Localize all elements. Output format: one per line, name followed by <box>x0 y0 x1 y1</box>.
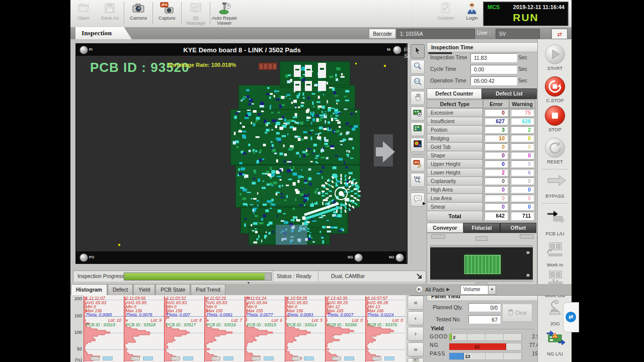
view-tool-hand[interactable] <box>411 91 425 105</box>
po-label: PO <box>89 255 94 259</box>
hist-prev-button[interactable]: ‹ <box>408 311 424 325</box>
defect-type-label[interactable]: Insufficient <box>427 117 483 126</box>
view-tool-cursor[interactable] <box>411 44 425 58</box>
hist-next-button[interactable]: › <box>408 327 424 341</box>
toolbar-button-auto-repair-viewer[interactable]: Auto Repair Viewer <box>211 1 237 26</box>
user-value-field[interactable]: SV <box>496 29 540 39</box>
hist-marker-cyan <box>344 356 354 360</box>
histogram-panel[interactable]: 1.11:11:07AVG 65.83Min 0Max 156Theta: 0.… <box>84 295 124 362</box>
hist-save-button[interactable] <box>408 358 424 362</box>
defect-type-label[interactable]: Postion <box>427 125 483 134</box>
defect-type-label[interactable]: Lower Height <box>427 168 483 177</box>
defect-type-label[interactable]: Gold Tab <box>427 142 483 151</box>
defect-type-label[interactable]: Bridging <box>427 134 483 143</box>
time-row-value[interactable]: 0.00 <box>470 65 517 74</box>
hist-blue-text: Theta: 0.0027 <box>327 313 353 317</box>
mcs-status-panel: MCS 2019-12-11 11:16:44 RUN <box>483 2 569 26</box>
control-stop-button[interactable] <box>545 106 565 126</box>
hist-blue-text: Theta: 0.0081 <box>206 313 232 317</box>
view-tool-faq[interactable]: FAQ <box>411 173 425 187</box>
view-tool-board[interactable] <box>411 122 425 136</box>
pcb-view-header: PI KYE Demo board 8 - LINK / 3502 Pads F… <box>76 44 406 56</box>
pads-filter-icon[interactable]: ▶ <box>416 286 423 293</box>
control-start-button[interactable] <box>545 44 565 64</box>
remote-support-tab[interactable]: ⇄ <box>563 302 579 332</box>
histogram-panel[interactable]: 8.16:57:57AVG 89.28Min 13Max 166Theta: 0… <box>365 295 406 362</box>
toolbar-button-capture[interactable]: JPGCapture <box>154 1 180 26</box>
tab-pcb-state[interactable]: PCB State <box>155 284 190 295</box>
control-jog-button[interactable] <box>546 300 564 315</box>
barcode-value-field[interactable]: 1: 10155A <box>396 29 475 39</box>
tested-no-field[interactable]: 67 <box>468 315 501 324</box>
defect-type-label[interactable]: High Area <box>427 185 483 194</box>
control-work-in-button[interactable] <box>546 241 564 256</box>
defect-error-cell: 0 <box>483 194 509 203</box>
next-fov-arrow-icon[interactable] <box>376 140 397 163</box>
histogram-panel[interactable]: 6.10:59:28AVG 65.83Min 0Max 156Theta: 0.… <box>285 295 326 362</box>
hist-blue-text: Theta: 0.0224 <box>367 313 393 317</box>
histogram-panel[interactable]: 7.13:42:39AVG 89.25Min 12Max 165Theta: 0… <box>325 295 366 362</box>
hist-red-text: 8.16:57:57 <box>367 296 387 300</box>
histogram-panel[interactable]: 4.11:02:26AVG 65.83Min 0Max 155Theta: 0.… <box>204 295 245 362</box>
volume-select[interactable]: Volume ▼ <box>460 285 496 295</box>
pads-next-icon[interactable]: ▶ <box>447 287 450 292</box>
hist-last-button[interactable]: » <box>408 342 424 356</box>
histogram-panel[interactable]: 2.11:09:56AVG 65.85Min 0Max 156Theta: 0.… <box>124 295 165 362</box>
pcb-board-image[interactable] <box>229 59 388 246</box>
hist-first-button[interactable]: « <box>408 296 424 310</box>
tab-fiducial[interactable]: Fiducial <box>463 223 500 233</box>
tab-yield[interactable]: Yield <box>133 284 155 295</box>
conveyor-advance-top-icon[interactable]: » <box>526 248 530 256</box>
yield-cell <box>486 334 504 340</box>
defect-type-label[interactable]: Upper Height <box>427 159 483 168</box>
toolbar-button-camera[interactable]: Camera <box>125 1 151 26</box>
barcode-button[interactable]: Barcode <box>369 29 396 39</box>
toolbar-button-login[interactable]: Login <box>459 1 485 26</box>
conveyor-pcb[interactable] <box>464 255 501 274</box>
tab-offset[interactable]: Offset <box>500 223 536 233</box>
time-row-value[interactable]: 05:00:42 <box>470 76 517 85</box>
tab-pad-trend[interactable]: Pad Trend <box>191 284 225 295</box>
tab-defect-list[interactable]: Defect List <box>481 88 537 99</box>
control-bypass-button[interactable] <box>546 174 564 189</box>
defect-type-label[interactable]: Smear <box>427 202 483 211</box>
view-tool-jpg-edit[interactable]: JPG <box>411 157 425 171</box>
col-warning: Warning <box>509 100 535 108</box>
time-row-value[interactable]: 11.83 <box>470 53 517 62</box>
tab-histogram[interactable]: Histogram <box>71 284 107 295</box>
tab-conveyor[interactable]: Conveyor <box>427 223 463 233</box>
tab-defect-counter[interactable]: Defect Counter <box>427 88 482 99</box>
tab-defect[interactable]: Defect <box>108 284 133 295</box>
control-reset-button[interactable] <box>545 138 565 158</box>
defect-type-label[interactable]: Coplanarity <box>427 176 483 186</box>
inspection-progress-fill <box>124 273 265 280</box>
control-work-out-button[interactable] <box>546 269 564 285</box>
defect-warning-value: 2 <box>511 126 534 133</box>
transfer-icon[interactable]: ⇄ <box>551 29 568 39</box>
control-pcb-l-u-button[interactable] <box>546 209 564 224</box>
hist-blue-text: Theta: 0.0083 <box>287 313 313 317</box>
volume-dropdown-icon[interactable]: ▼ <box>488 286 496 294</box>
histogram-panel[interactable]: 3.11:03:32AVG 65.83Min 0Max 156Theta: 0.… <box>164 295 205 362</box>
defect-error-value: 627 <box>485 118 508 125</box>
view-tool-zoom[interactable] <box>411 60 425 74</box>
clear-button[interactable]: Clear <box>502 304 532 322</box>
control-c-stop-button[interactable] <box>545 76 565 97</box>
tab-inspection[interactable]: Inspection <box>75 27 132 39</box>
view-tool-heatmap[interactable] <box>411 138 425 152</box>
defect-type-label[interactable]: Excessive <box>427 108 483 117</box>
hist-marker-gray <box>171 356 180 360</box>
conveyor-advance-bottom-icon[interactable]: » <box>526 271 530 279</box>
nglu-icon: ! <box>546 330 566 346</box>
view-tool-zoom11[interactable]: 1:1 <box>411 75 425 89</box>
planned-qty-field[interactable]: 0/0 <box>468 303 501 312</box>
corner-arrow-icon[interactable] <box>416 273 423 280</box>
pi-indicator <box>79 46 88 54</box>
defect-type-label[interactable]: Low Area <box>427 194 483 203</box>
control-ng-l-u-button[interactable]: ! <box>546 330 564 345</box>
histogram-panel[interactable]: 5.11:01:24AVG 65.84Min 0Max 155Theta: 0.… <box>245 295 285 362</box>
view-tool-view-board[interactable] <box>411 107 425 121</box>
defect-row-bridging: Bridging100 <box>427 134 535 142</box>
hist-marker-cyan <box>103 356 113 360</box>
defect-type-label[interactable]: Shape <box>427 151 483 160</box>
